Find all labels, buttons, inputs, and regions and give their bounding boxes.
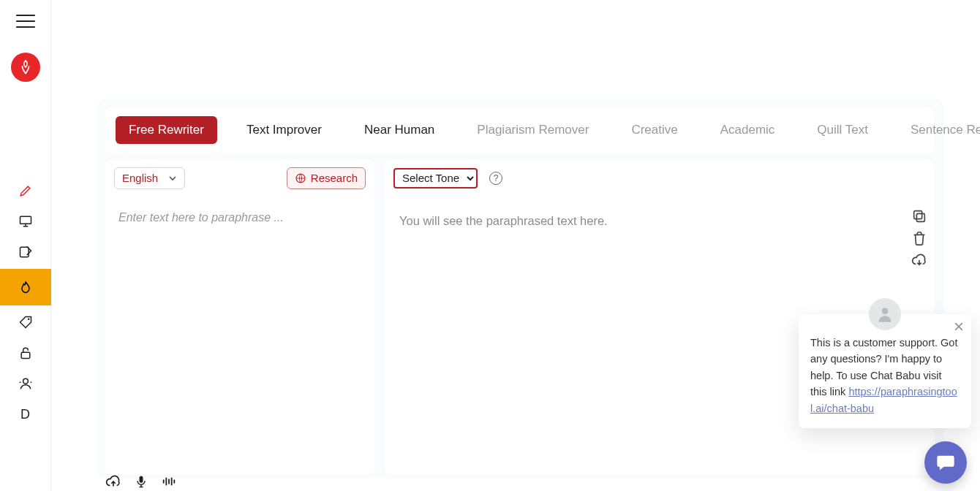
sidebar-item-desktop[interactable] [0,208,51,235]
tone-help-button[interactable]: ? [489,172,502,185]
close-icon [954,321,964,332]
input-panel: English Research [105,160,374,474]
chat-bubble-icon [935,452,956,473]
svg-rect-10 [914,211,922,219]
svg-rect-3 [20,216,31,224]
chat-popup: This is a customer support. Got any ques… [799,314,971,428]
copy-button[interactable] [911,208,927,224]
microphone-icon [134,474,148,489]
microphone-button[interactable] [133,473,149,490]
svg-point-7 [23,378,28,384]
svg-point-17 [882,308,889,314]
menu-button[interactable] [15,13,36,32]
cloud-upload-icon [105,473,121,490]
pencil-icon [18,183,33,198]
question-mark-icon: ? [494,173,499,183]
chat-close-button[interactable] [954,320,964,336]
output-panel-header: Select Tone ? [385,160,935,197]
chat-avatar [869,298,901,330]
sidebar-item-pricing[interactable] [0,308,51,336]
research-button-label: Research [311,172,358,184]
chevron-down-icon [168,174,177,183]
tab-sentence-rephraser[interactable]: Sentence Rephraser [897,116,980,144]
input-panel-body [107,201,373,474]
input-panel-header: English Research [105,160,374,197]
tab-quill-text[interactable]: Quill Text [804,116,881,144]
hamburger-icon [15,13,36,29]
language-select-value: English [122,172,158,184]
tag-icon [18,315,33,330]
svg-rect-6 [21,352,30,358]
support-agent-icon [18,376,33,391]
sidebar-item-unlock[interactable] [0,339,51,367]
sidebar-item-edit[interactable] [0,177,51,205]
tab-academic[interactable]: Academic [707,116,788,144]
logo-icon [18,59,34,75]
input-tools [105,473,177,490]
letter-d-icon: D [20,407,30,422]
chat-launcher-button[interactable] [924,441,967,484]
tone-select[interactable]: Select Tone [393,168,478,189]
audio-wave-button[interactable] [161,473,177,490]
tab-free-rewriter[interactable]: Free Rewriter [116,116,217,144]
mode-tabs: Free Rewriter Text Improver Near Human P… [105,107,935,153]
app-logo[interactable] [11,53,40,82]
person-icon [875,305,894,324]
unlock-icon [18,346,33,360]
language-select[interactable]: English [114,167,185,189]
research-button[interactable]: Research [287,167,366,189]
svg-rect-4 [20,247,29,256]
sidebar: D [0,0,51,491]
tab-near-human[interactable]: Near Human [351,116,448,144]
svg-point-5 [27,319,29,321]
upload-button[interactable] [105,473,121,490]
tab-text-improver[interactable]: Text Improver [233,116,335,144]
svg-rect-11 [140,476,143,483]
sidebar-item-d[interactable]: D [0,400,51,428]
compose-icon [18,245,33,259]
download-button[interactable] [911,252,927,268]
globe-icon [295,172,306,184]
flame-icon [18,280,33,294]
sidebar-item-trending[interactable] [0,269,51,305]
sidebar-item-support[interactable] [0,370,51,397]
cloud-download-icon [911,252,927,268]
output-placeholder-text: You will see the paraphrased text here. [386,201,933,241]
tab-creative[interactable]: Creative [618,116,690,144]
monitor-icon [18,214,33,229]
output-tools [911,208,927,268]
tab-plagiarism-remover[interactable]: Plagiarism Remover [464,116,602,144]
trash-icon [911,230,927,246]
copy-icon [911,208,927,224]
audio-wave-icon [161,473,177,490]
paraphrase-input[interactable] [107,201,373,474]
svg-rect-9 [916,213,924,221]
delete-button[interactable] [911,230,927,246]
sidebar-item-compose[interactable] [0,238,51,266]
sidebar-nav: D [0,177,50,431]
